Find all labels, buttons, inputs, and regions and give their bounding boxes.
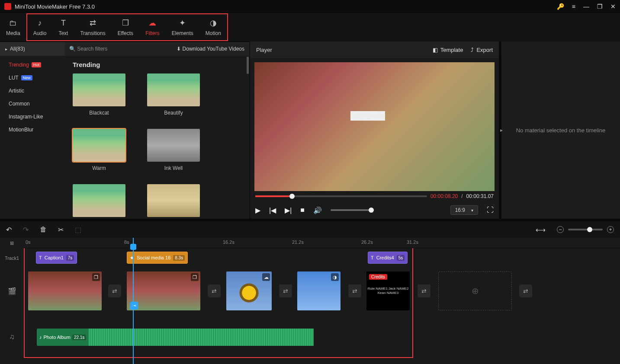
motion-icon: ◑: [210, 18, 217, 28]
crop-button[interactable]: ⬚: [75, 226, 81, 234]
split-marker-icon: ✂: [130, 302, 138, 310]
transition-slot-6[interactable]: ⇄: [519, 284, 532, 297]
stop-button[interactable]: ■: [300, 206, 305, 214]
layers-icon: ❐: [191, 273, 199, 281]
seek-bar[interactable]: [255, 195, 427, 197]
text-track[interactable]: TCaption17s ★Social media 168.3s TCredit…: [24, 248, 620, 268]
video-clip-1[interactable]: ❐: [28, 271, 102, 310]
export-button[interactable]: ⤴Export: [471, 47, 493, 53]
undo-button[interactable]: ↶: [6, 226, 12, 234]
cat-motionblur[interactable]: MotionBlur: [9, 127, 65, 133]
playhead[interactable]: [133, 238, 134, 364]
inspector-panel: ▸ No material selected on the timeline: [499, 42, 620, 219]
transition-slot-5[interactable]: ⇄: [418, 284, 430, 297]
prev-frame-button[interactable]: |◀: [269, 206, 276, 214]
filter-inkwell[interactable]: Ink Well: [147, 129, 200, 171]
filter-categories: TrendingHot LUTNew Artistic Common Insta…: [0, 56, 65, 219]
filter-warm[interactable]: Warm: [73, 129, 125, 171]
tab-text[interactable]: TText: [52, 14, 74, 40]
filter-blackcat[interactable]: Blackcat: [73, 73, 125, 116]
tab-motion[interactable]: ◑Motion: [199, 14, 227, 40]
video-track[interactable]: ❐ ⇄ ❐✂ ⇄ ☁ ⇄ ◑ ⇄ CreditsRole NAME1 Jack …: [24, 268, 620, 314]
video-clip-credits[interactable]: CreditsRole NAME1 Jack NAME2 Kean NAME3: [366, 271, 410, 310]
tab-media[interactable]: 🗀Media: [0, 13, 26, 42]
music-note-icon: ♪: [38, 19, 42, 28]
layers-icon: ❐: [92, 273, 100, 281]
clip-social-media[interactable]: ★Social media 168.3s: [127, 252, 188, 264]
transition-slot-2[interactable]: ⇄: [208, 284, 221, 297]
timeline-toolbar: ↶ ↷ 🗑 ✂ ⬚ ⟷ − +: [0, 219, 620, 238]
close-button[interactable]: ✕: [610, 3, 616, 10]
tab-audio[interactable]: ♪Audio: [27, 14, 53, 40]
volume-slider[interactable]: [331, 209, 374, 211]
filters-icon: ☁: [148, 18, 156, 28]
key-icon[interactable]: 🔑: [557, 3, 564, 10]
fullscreen-button[interactable]: ⛶: [487, 206, 494, 214]
player-controls: ▶ |◀ ▶| ■ 🔊 16:9 ⛶: [250, 201, 499, 219]
track1-label: Track1: [0, 248, 24, 268]
tab-highlight-group: ♪Audio TText ⇄Transitions ❐Effects ☁Filt…: [26, 13, 228, 41]
maximize-button[interactable]: ❐: [597, 3, 603, 10]
tab-elements[interactable]: ✦Elements: [166, 14, 199, 40]
folder-icon: 🗀: [9, 19, 17, 28]
transition-slot-1[interactable]: ⇄: [108, 284, 121, 297]
download-youtube-button[interactable]: ⬇ Download YouTube Videos: [171, 46, 250, 52]
cat-common[interactable]: Common: [9, 101, 65, 107]
tab-effects[interactable]: ❐Effects: [112, 14, 139, 40]
redo-button[interactable]: ↷: [23, 226, 29, 234]
zoom-slider[interactable]: [568, 229, 603, 230]
filter-emerald[interactable]: Emerald: [73, 184, 125, 219]
scrollbar[interactable]: [247, 57, 249, 74]
cat-instagram[interactable]: Instagram-Like: [9, 114, 65, 120]
minimize-button[interactable]: —: [583, 3, 589, 10]
window-title: MiniTool MovieMaker Free 7.3.0: [15, 3, 557, 10]
volume-icon[interactable]: 🔊: [313, 206, 322, 214]
play-button[interactable]: ▶: [255, 206, 260, 214]
timeline-gutter: ⊞ Track1 🎬 ♫: [0, 238, 24, 364]
time-current: 00:00:08.20: [430, 193, 458, 199]
tab-filters[interactable]: ☁Filters: [139, 14, 166, 40]
clip-credits4[interactable]: TCredits45s: [368, 252, 408, 264]
transition-slot-4[interactable]: ⇄: [348, 284, 361, 297]
menu-icon[interactable]: ≡: [572, 3, 575, 10]
time-ruler[interactable]: 0s 8s 16.2s 21.2s 26.2s 31.2s: [24, 238, 620, 248]
template-icon: ◧: [433, 47, 438, 53]
template-button[interactable]: ◧Template: [433, 47, 463, 53]
zoom-in-button[interactable]: +: [607, 226, 614, 233]
download-icon: ⬇: [177, 46, 181, 52]
waveform: [89, 329, 314, 346]
video-clip-3[interactable]: ☁: [226, 271, 272, 310]
zoom-out-button[interactable]: −: [557, 226, 564, 233]
panel-collapse-handle[interactable]: ▸: [500, 127, 503, 133]
credits-preview-text: Role NAME1 Jack NAME2 Kean NAME3: [366, 271, 410, 310]
timeline-body[interactable]: 0s 8s 16.2s 21.2s 26.2s 31.2s TCaption17…: [24, 238, 620, 364]
video-clip-4[interactable]: ◑: [297, 271, 341, 310]
cat-artistic[interactable]: Artistic: [9, 88, 65, 94]
video-placeholder[interactable]: ⊕: [438, 271, 512, 310]
new-badge: New: [21, 75, 32, 80]
inspector-empty-text: No material selected on the timeline: [516, 127, 606, 134]
cat-trending[interactable]: TrendingHot: [9, 62, 65, 68]
aspect-ratio-select[interactable]: 16:9: [450, 205, 478, 215]
effects-icon: ❐: [122, 18, 129, 28]
filter-all[interactable]: All(83): [0, 42, 65, 56]
add-track-button[interactable]: ⊞: [0, 238, 24, 248]
tab-transitions[interactable]: ⇄Transitions: [74, 14, 111, 40]
filter-kevin[interactable]: Kevin: [147, 184, 200, 219]
filter-beautify[interactable]: Beautify: [147, 73, 200, 116]
clip-caption1[interactable]: TCaption17s: [36, 252, 77, 264]
fit-button[interactable]: ⟷: [536, 226, 546, 234]
split-button[interactable]: ✂: [58, 226, 64, 234]
video-clip-2[interactable]: ❐✂: [127, 271, 200, 310]
next-frame-button[interactable]: ▶|: [285, 206, 292, 214]
cat-lut[interactable]: LUTNew: [9, 75, 65, 81]
audio-clip-photo-album[interactable]: ♪Photo Album22.1s: [37, 329, 314, 346]
video-track-icon: 🎬: [0, 268, 24, 314]
audio-track[interactable]: ♪Photo Album22.1s: [24, 314, 620, 360]
cloud-icon: ☁: [262, 273, 270, 281]
delete-button[interactable]: 🗑: [40, 226, 47, 233]
video-preview[interactable]: [254, 62, 495, 191]
transition-slot-3[interactable]: ⇄: [279, 284, 292, 297]
search-input[interactable]: 🔍 Search filters: [65, 46, 171, 52]
text-icon: T: [371, 255, 374, 260]
